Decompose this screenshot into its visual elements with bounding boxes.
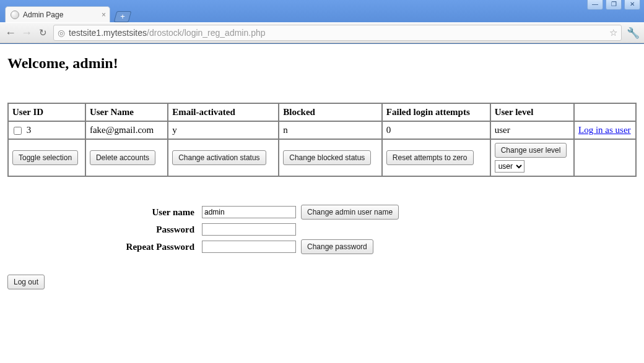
browser-tab[interactable]: Admin Page × [5,6,110,22]
repeat-password-input[interactable] [202,241,296,253]
back-button[interactable]: ← [5,27,16,40]
user-level-select[interactable]: user [495,160,524,173]
favicon-icon [11,11,19,19]
password-label: Password [7,221,199,237]
reload-button[interactable]: ↻ [37,27,48,38]
col-header-failed-attempts: Failed login attempts [382,103,490,121]
bookmark-star-icon[interactable]: ☆ [609,27,617,38]
address-bar[interactable]: ◎ testsite1.mytestsites/drostock/login_r… [53,25,622,41]
url-text: testsite1.mytestsites/drostock/login_reg… [69,28,266,38]
repeat-password-label: Repeat Password [7,237,199,256]
credentials-form: User name Change admin user name Passwor… [7,203,637,256]
logout-section: Log out [7,275,637,289]
page-body: Welcome, admin! User ID User Name Email-… [0,44,644,308]
table-action-row: Toggle selection Delete accounts Change … [8,139,636,176]
change-user-level-button[interactable]: Change user level [495,143,567,158]
username-input[interactable] [202,206,296,218]
table-row: 3 fake@gmail.com y n 0 user Log in as us… [8,121,636,139]
reset-attempts-button[interactable]: Reset attempts to zero [386,150,474,165]
change-password-button[interactable]: Change password [301,239,373,254]
cell-user-id: 3 [8,121,85,139]
change-activation-button[interactable]: Change activation status [172,150,266,165]
url-path: /drostock/login_reg_admin.php [147,28,265,38]
col-header-blocked: Blocked [279,103,382,121]
change-admin-username-button[interactable]: Change admin user name [301,205,399,220]
maximize-button[interactable]: ❐ [606,0,622,10]
page-title: Welcome, admin! [7,55,637,72]
window-titlebar [0,0,644,5]
col-header-user-id: User ID [8,103,85,121]
col-header-actions [574,103,636,121]
username-label: User name [7,203,199,221]
close-window-button[interactable]: ✕ [624,0,640,10]
col-header-email-activated: Email-activated [168,103,279,121]
cell-empty [574,139,636,176]
col-header-user-name: User Name [85,103,168,121]
globe-icon: ◎ [58,28,65,38]
close-tab-button[interactable]: × [102,11,106,19]
col-header-user-level: User level [490,103,574,121]
cell-user-name: fake@gmail.com [85,121,168,139]
toggle-selection-button[interactable]: Toggle selection [12,150,78,165]
cell-login-as: Log in as user [574,121,636,139]
forward-button[interactable]: → [21,27,32,40]
url-host: testsite1.mytestsites [69,28,147,38]
login-as-user-link[interactable]: Log in as user [578,125,631,135]
browser-toolbar: ← → ↻ ◎ testsite1.mytestsites/drostock/l… [0,22,644,43]
cell-blocked: n [279,121,382,139]
browser-chrome: — ❐ ✕ Admin Page × + ← → ↻ ◎ testsite1.m… [0,0,644,44]
change-blocked-button[interactable]: Change blocked status [283,150,371,165]
new-tab-button[interactable]: + [114,11,132,22]
row-checkbox[interactable] [14,127,22,135]
tab-strip: Admin Page × + [0,5,644,22]
window-controls: — ❐ ✕ [587,0,640,10]
cell-email-activated: y [168,121,279,139]
logout-button[interactable]: Log out [7,275,45,289]
cell-failed-attempts: 0 [382,121,490,139]
password-input[interactable] [202,223,296,236]
settings-wrench-icon[interactable]: 🔧 [627,27,639,40]
minimize-button[interactable]: — [587,0,603,10]
table-header-row: User ID User Name Email-activated Blocke… [8,103,636,121]
delete-accounts-button[interactable]: Delete accounts [90,150,155,165]
cell-user-level: user [490,121,574,139]
user-grid: User ID User Name Email-activated Blocke… [7,103,637,177]
user-id-value: 3 [27,125,32,135]
tab-title: Admin Page [23,11,63,19]
